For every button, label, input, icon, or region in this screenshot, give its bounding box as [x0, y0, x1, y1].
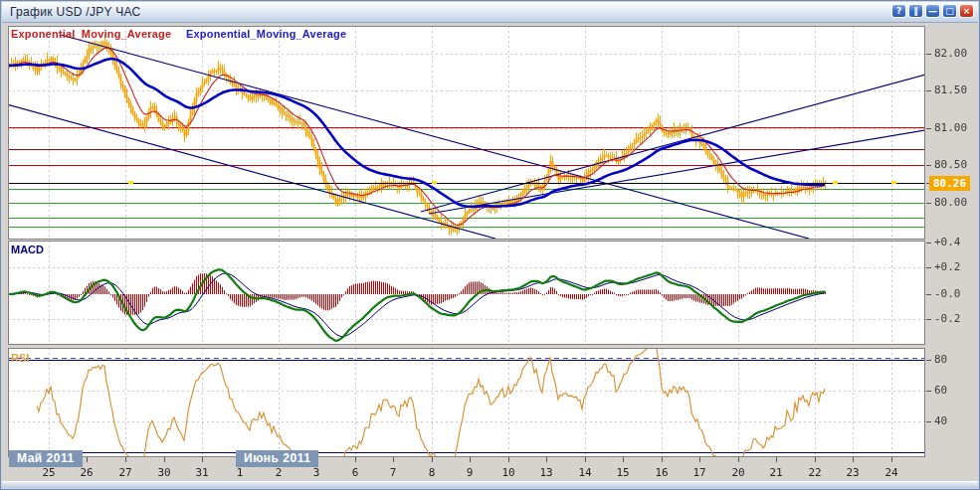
- price-axis-label: 81.00: [934, 121, 967, 134]
- window-controls: ? ‖ — □ ×: [891, 4, 974, 18]
- help-button[interactable]: ?: [891, 4, 906, 18]
- macd-axis-label: +0.2: [934, 260, 961, 273]
- pin-button[interactable]: ‖: [908, 4, 923, 18]
- day-label: 6: [352, 466, 359, 479]
- close-button[interactable]: ×: [959, 4, 974, 18]
- day-label: 22: [808, 466, 821, 479]
- price-axis-label: 80.00: [934, 196, 967, 209]
- current-price-badge: 80.26: [929, 176, 970, 191]
- title-bar[interactable]: График USD /JPY ЧАС ? ‖ — □ ×: [2, 2, 978, 23]
- day-label: 21: [769, 466, 782, 479]
- window-bottom-edge: [2, 481, 978, 488]
- day-label: 7: [390, 466, 397, 479]
- macd-axis-label: -0.2: [934, 312, 961, 325]
- ema-label-red: Exponential_Moving_Average: [11, 28, 171, 40]
- day-label: 1: [237, 466, 244, 479]
- chart-canvas[interactable]: [1, 1, 980, 490]
- day-label: 14: [578, 466, 591, 479]
- maximize-button[interactable]: □: [942, 4, 957, 18]
- day-label: 15: [616, 466, 629, 479]
- window-title: График USD /JPY ЧАС: [10, 5, 141, 19]
- price-axis-label: 81.50: [934, 83, 967, 96]
- day-label: 16: [655, 466, 668, 479]
- macd-axis-label: -0.0: [934, 287, 961, 300]
- day-label: 3: [313, 466, 320, 479]
- macd-label: MACD: [11, 244, 44, 255]
- day-label: 25: [42, 466, 55, 479]
- day-label: 9: [467, 466, 474, 479]
- ema-label-blue: Exponential_Moving_Average: [186, 28, 346, 40]
- day-label: 26: [80, 466, 93, 479]
- minimize-button[interactable]: —: [925, 4, 940, 18]
- price-axis-label: 80.50: [934, 158, 967, 171]
- day-label: 13: [539, 466, 552, 479]
- day-label: 20: [731, 466, 744, 479]
- day-label: 24: [884, 466, 897, 479]
- price-axis-label: 82.00: [934, 47, 967, 60]
- month-badge-may: Май 2011: [9, 450, 83, 467]
- rsi-axis-label: 40: [934, 414, 947, 427]
- chart-window: График USD /JPY ЧАС ? ‖ — □ × Exponentia…: [0, 0, 980, 490]
- macd-axis-label: +0.4: [934, 236, 961, 248]
- rsi-label: RSI: [11, 352, 29, 364]
- rsi-axis-label: 80: [934, 353, 947, 366]
- day-label: 17: [692, 466, 705, 479]
- day-label: 30: [157, 466, 170, 479]
- rsi-axis-label: 60: [934, 384, 947, 397]
- day-label: 2: [276, 466, 283, 479]
- month-badge-june: Июнь 2011: [236, 450, 318, 467]
- day-label: 8: [429, 466, 436, 479]
- day-label: 31: [195, 466, 208, 479]
- day-label: 10: [501, 466, 514, 479]
- day-label: 27: [118, 466, 131, 479]
- day-label: 23: [846, 466, 859, 479]
